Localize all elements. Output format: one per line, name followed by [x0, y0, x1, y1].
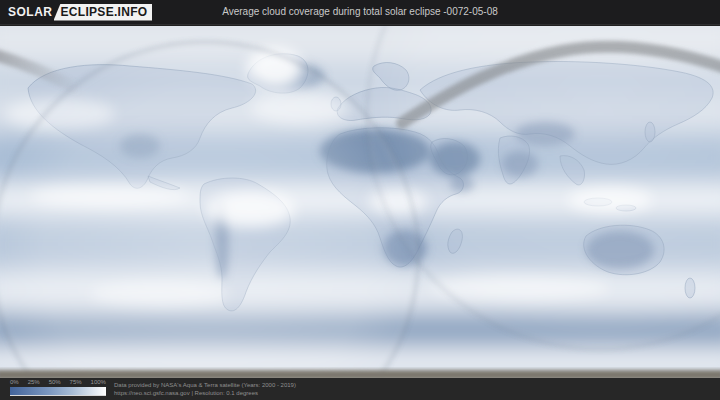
legend-gradient-bar: [10, 387, 106, 396]
bottom-bar: 0% 25% 50% 75% 100% Data provided by NAS…: [0, 378, 720, 400]
data-attribution: Data provided by NASA's Aqua & Terra sat…: [114, 381, 296, 397]
cloud-coverage-legend: 0% 25% 50% 75% 100%: [10, 379, 106, 396]
top-bar: SOLAR ECLIPSE.INFO Average cloud coverag…: [0, 0, 720, 25]
cloud-coverage-map: [0, 26, 720, 378]
world-map-graphic: [0, 26, 720, 378]
attribution-line-2: https://neo.sci.gsfc.nasa.gov | Resoluti…: [114, 389, 296, 397]
attribution-line-1: Data provided by NASA's Aqua & Terra sat…: [114, 381, 296, 389]
app-window: SOLAR ECLIPSE.INFO Average cloud coverag…: [0, 0, 720, 400]
antarctica-strip: [0, 370, 720, 378]
legend-tick: 50%: [49, 379, 61, 386]
logo-text-solar: SOLAR: [8, 5, 53, 19]
legend-tick: 0%: [10, 379, 19, 386]
legend-tick: 100%: [91, 379, 106, 386]
logo-text-eclipse-info: ECLIPSE.INFO: [54, 4, 153, 21]
legend-tick-labels: 0% 25% 50% 75% 100%: [10, 379, 106, 386]
site-logo[interactable]: SOLAR ECLIPSE.INFO: [8, 4, 152, 21]
legend-tick: 25%: [28, 379, 40, 386]
legend-tick: 75%: [70, 379, 82, 386]
